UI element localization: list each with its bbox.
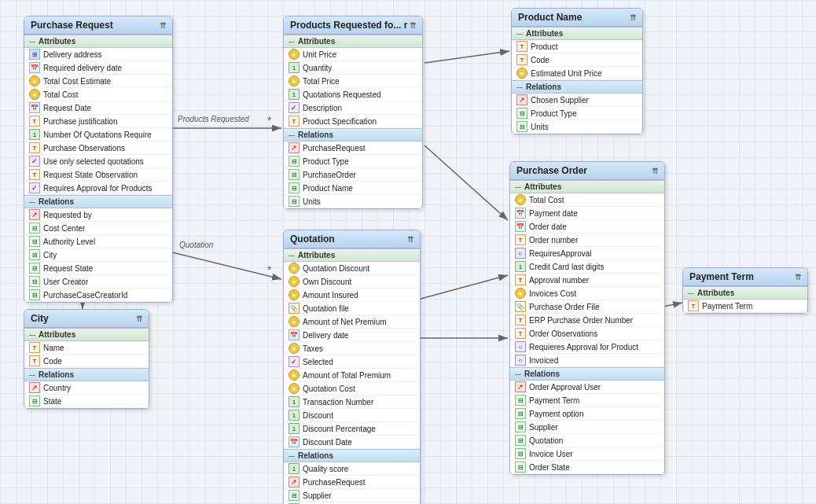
- field-quantity: 1Quantity: [284, 61, 422, 75]
- field-requieres-approval: ○Requieres Approval for Product: [510, 340, 664, 354]
- field-unit-price: ●Unit Price: [284, 48, 422, 61]
- field-amount-total-premium: ●Amount of Total Premium: [284, 369, 420, 382]
- svg-line-13: [663, 303, 682, 307]
- field-taxes: ●Taxes: [284, 342, 420, 355]
- field-quotation-cost: ●Quotation Cost: [284, 382, 420, 395]
- entity-city: City ⇈ — Attributes TName TCode — Relati…: [24, 309, 149, 409]
- field-product-spec: TProduct Specification: [284, 115, 422, 128]
- field-purchase-order-file: 📎Purchase Order File: [510, 300, 664, 314]
- rel-purchase-order-pr: ⊟PurchaseOrder: [284, 168, 422, 182]
- field-code: TCode: [512, 53, 642, 67]
- entity-header-purchase-request[interactable]: Purchase Request ⇈: [24, 17, 172, 35]
- section-attributes-payment-term: — Attributes: [683, 286, 807, 300]
- svg-text:*: *: [267, 263, 272, 276]
- rel-supplier-q: ⊟Supplier: [284, 489, 420, 502]
- field-required-delivery-date: 📅Required delivery date: [24, 61, 172, 75]
- field-delivery-date: 📅Delivery date: [284, 329, 420, 342]
- section-attributes-city: — Attributes: [24, 328, 149, 341]
- field-total-cost-estimate: ●Total Cost Estimate: [24, 75, 172, 88]
- field-request-date: 📅Request Date: [24, 101, 172, 115]
- field-delivery-address: ⊞Delivery address: [24, 48, 172, 61]
- field-quotation-discount: ●Quotation Discount: [284, 262, 420, 275]
- field-product: TProduct: [512, 40, 642, 53]
- rel-country: ↗Country: [24, 381, 149, 395]
- rel-purchase-case-creator: ⊟PurchaseCaseCreatorId: [24, 289, 172, 302]
- field-discount: 1Discount: [284, 409, 420, 422]
- field-order-observations: TOrder Observations: [510, 327, 664, 340]
- field-name-city: TName: [24, 341, 149, 355]
- rel-state: ⊟State: [24, 395, 149, 408]
- entity-header-products-requested[interactable]: Products Requested fo... r ⇈: [284, 17, 422, 35]
- rel-cost-center: ⊟Cost Center: [24, 222, 172, 235]
- field-approval-number: TApproval number: [510, 274, 664, 287]
- entity-title-quotation: Quotation: [290, 234, 335, 245]
- rel-authority-level: ⊟Authority Level: [24, 235, 172, 248]
- rel-product-type-pn: ⊟Product Type: [512, 107, 642, 120]
- field-description: ✓Description: [284, 101, 422, 115]
- entity-header-purchase-order[interactable]: Purchase Order ⇈: [510, 162, 664, 180]
- entity-header-payment-term[interactable]: Payment Term ⇈: [683, 268, 807, 286]
- collapse-icon-pn[interactable]: ⇈: [630, 13, 636, 22]
- collapse-icon-pr[interactable]: ⇈: [410, 21, 416, 30]
- section-relations-purchase-order: — Relations: [510, 367, 664, 381]
- entity-quotation: Quotation ⇈ — Attributes ●Quotation Disc…: [283, 230, 421, 504]
- field-quotation-file: 📎Quotation file: [284, 302, 420, 315]
- entity-payment-term: Payment Term ⇈ — Attributes TPayment Ter…: [682, 267, 808, 314]
- collapse-icon[interactable]: ⇈: [160, 21, 166, 30]
- rel-order-approval-user: ↗Order Approval User: [510, 381, 664, 394]
- field-estimated-unit-price: ●Estimated Unit Price: [512, 67, 642, 80]
- rel-payment-term: ⊟Payment Term: [510, 394, 664, 407]
- field-invoices-cost: ●Invoices Cost: [510, 287, 664, 300]
- field-amount-insured: ●Amount Insured: [284, 289, 420, 302]
- rel-purchase-request-q: ↗PurchaseRequest: [284, 476, 420, 489]
- field-discount-date: 📅Discount Date: [284, 436, 420, 449]
- entity-header-city[interactable]: City ⇈: [24, 310, 149, 328]
- svg-text:*: *: [267, 114, 272, 127]
- field-quotations-requested: 1Quotations Requested: [284, 88, 422, 101]
- field-total-cost: ●Total Cost: [24, 88, 172, 101]
- field-own-discount: ●Own Discount: [284, 275, 420, 289]
- rel-units: ⊟Units: [284, 195, 422, 208]
- section-relations-products-requested: — Relations: [284, 128, 422, 142]
- collapse-icon-pt[interactable]: ⇈: [795, 273, 801, 281]
- field-order-date: 📅Order date: [510, 220, 664, 234]
- field-use-only-selected: ✓Use only selected quotations: [24, 155, 172, 168]
- field-credit-card: 1Credit Card last digits: [510, 260, 664, 274]
- field-num-quotations: 1Number Of Quotations Require: [24, 128, 172, 142]
- svg-text:Quotation: Quotation: [179, 241, 214, 249]
- section-relations-city: — Relations: [24, 368, 149, 381]
- section-attributes-purchase-request: — Attributes: [24, 35, 172, 48]
- svg-text:Products Requested: Products Requested: [178, 115, 249, 123]
- field-transaction-number: 1Transaction Number: [284, 395, 420, 409]
- collapse-icon-po[interactable]: ⇈: [652, 167, 658, 175]
- section-attributes-products-requested: — Attributes: [284, 35, 422, 48]
- entity-purchase-request: Purchase Request ⇈ — Attributes ⊞Deliver…: [24, 16, 173, 303]
- entity-header-product-name[interactable]: Product Name ⇈: [512, 9, 642, 27]
- entity-title-purchase-request: Purchase Request: [31, 20, 113, 31]
- entity-header-quotation[interactable]: Quotation ⇈: [284, 230, 420, 248]
- entity-purchase-order: Purchase Order ⇈ — Attributes ●Total Cos…: [509, 161, 665, 475]
- svg-line-11: [421, 275, 508, 299]
- collapse-icon-q[interactable]: ⇈: [407, 235, 414, 244]
- field-payment-term-value: TPayment Term: [683, 300, 807, 313]
- section-attributes-quotation: — Attributes: [284, 248, 420, 262]
- section-attributes-product-name: — Attributes: [512, 27, 642, 40]
- rel-purchase-request: ↗PurchaseRequest: [284, 142, 422, 155]
- field-request-state-observation: TRequest State Observation: [24, 168, 172, 182]
- svg-line-9: [425, 51, 509, 63]
- field-requires-approval: ✓Requires Approval for Products: [24, 182, 172, 195]
- svg-line-10: [425, 145, 508, 220]
- field-total-price: ●Total Price: [284, 75, 422, 88]
- entity-title-product-name: Product Name: [518, 12, 582, 23]
- field-amount-net-premium: ●Amount of Net Premium: [284, 315, 420, 329]
- field-selected: ✓Selected: [284, 355, 420, 369]
- entity-title-city: City: [31, 313, 49, 324]
- entity-title-products-requested: Products Requested fo... r: [290, 20, 407, 31]
- field-total-cost-po: ●Total Cost: [510, 193, 664, 207]
- rel-product-name: ⊟Product Name: [284, 182, 422, 195]
- entity-title-purchase-order: Purchase Order: [516, 165, 587, 176]
- collapse-icon-city[interactable]: ⇈: [136, 315, 142, 323]
- rel-product-type: ⊟Product Type: [284, 155, 422, 168]
- rel-payment-option: ⊟Payment option: [510, 407, 664, 421]
- entity-products-requested: Products Requested fo... r ⇈ — Attribute…: [283, 16, 423, 209]
